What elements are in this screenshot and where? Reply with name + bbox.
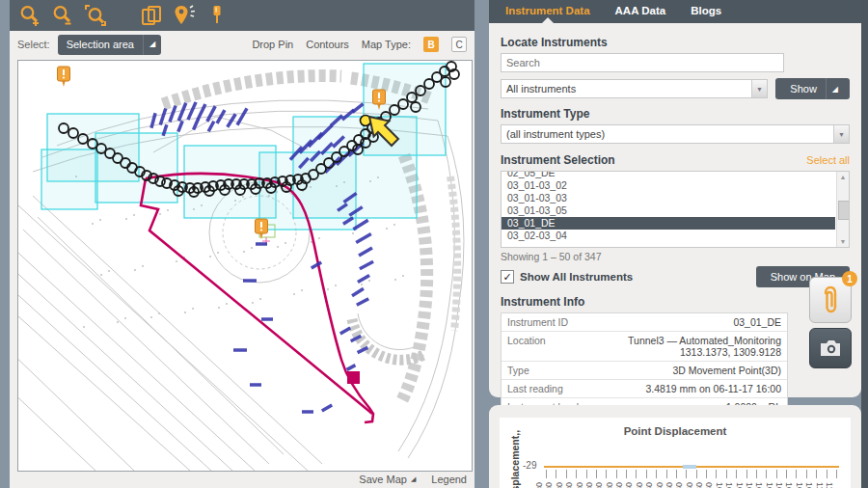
alignment-marker[interactable] (347, 371, 360, 384)
instrument-data-content: Locate Instruments All instruments ▼ Sho… (489, 23, 861, 435)
photos-button[interactable] (809, 328, 852, 368)
show-all-checkbox[interactable]: ✓ (501, 270, 514, 284)
save-map-label: Save Map (359, 474, 407, 485)
chart-y-axis-label: Displacement,, (509, 427, 521, 488)
map-footer: Save Map ◢ Legend (359, 471, 467, 487)
selection-mode-button[interactable]: Selection area ◢ (58, 35, 161, 55)
instrument-mark[interactable] (358, 276, 369, 283)
zoom-in-icon[interactable] (17, 3, 42, 28)
instrument-mark[interactable] (347, 366, 356, 370)
map-type-label: Map Type: (362, 39, 411, 50)
selection-area-rect[interactable] (41, 149, 97, 209)
attachment-count-badge: 1 (842, 271, 857, 286)
copy-pages-icon[interactable] (139, 3, 164, 28)
chart-x-tick: 11-05-17 (836, 470, 837, 478)
instrument-mark[interactable] (194, 120, 199, 130)
chart-x-tick: 08-31-17 (616, 470, 617, 478)
chevron-corner-icon: ◢ (144, 41, 161, 48)
chevron-down-icon: ▼ (751, 80, 767, 97)
save-map-link[interactable]: Save Map ◢ (359, 474, 416, 485)
list-item[interactable]: 03_01-03_05 (502, 204, 835, 217)
map-type-c-button[interactable]: C (451, 37, 467, 52)
legend-link[interactable]: Legend (431, 474, 467, 485)
chart-x-tick: 10-09-17 (746, 470, 747, 478)
chevron-corner-icon: ◢ (411, 475, 416, 483)
tab-instrument-data[interactable]: Instrument Data (493, 0, 603, 23)
show-button[interactable]: Show ◢ (775, 78, 850, 99)
list-item[interactable]: 02_05_DE (502, 171, 835, 179)
map-toolbar (10, 0, 475, 31)
chart-x-tick: 09-06-17 (636, 470, 637, 478)
instrument-info-heading: Instrument Info (501, 295, 850, 309)
instrument-mark[interactable] (340, 328, 350, 334)
drop-pin-link[interactable]: Drop Pin (252, 39, 293, 50)
instrument-mark[interactable] (352, 288, 364, 295)
chart-x-tick: 09-24-17 (696, 470, 697, 478)
search-input[interactable] (501, 53, 784, 72)
list-item[interactable]: 03_02-03_04 (502, 230, 835, 242)
scroll-down-icon[interactable]: ▼ (837, 236, 849, 247)
instrument-mark[interactable] (178, 103, 185, 122)
zoom-extent-icon[interactable] (83, 3, 108, 28)
selection-mode-label: Selection area (58, 39, 143, 50)
app-root: { "toolbar": { "icons": [ {"name": "zoom… (0, 0, 868, 488)
show-button-label: Show (781, 83, 826, 95)
scrollbar-thumb[interactable] (838, 201, 850, 220)
map-canvas[interactable] (17, 60, 473, 472)
instrument-mark[interactable] (352, 104, 363, 113)
pushpin-icon[interactable] (204, 3, 230, 28)
scroll-up-icon[interactable]: ▲ (837, 172, 849, 182)
instrument-mark[interactable] (322, 405, 332, 411)
map-type-b-button[interactable]: B (423, 37, 439, 52)
instrument-type-select[interactable]: (all instrument types) ▼ (501, 124, 850, 144)
list-scrollbar[interactable]: ▲ ▼ (836, 172, 849, 247)
chart-x-tick: 09-03-17 (626, 470, 627, 478)
map-pin-icon[interactable] (58, 67, 70, 87)
chart-x-tick: 10-30-17 (816, 470, 817, 478)
select-all-link[interactable]: Select all (806, 154, 850, 166)
chart-x-tick: 10-27-17 (806, 470, 807, 478)
chart-x-tick: 08-16-17 (566, 470, 567, 478)
info-row: Last reading3.4819 mm on 06-11-17 16:00 (502, 380, 787, 398)
instrument-mark[interactable] (237, 108, 247, 124)
map-actions: Drop Pin Contours Map Type: B C (252, 37, 467, 52)
chart-x-tick: 11-02-17 (827, 470, 827, 478)
zoom-out-icon[interactable] (50, 3, 75, 28)
instrument-mark[interactable] (188, 102, 196, 120)
list-item[interactable]: 03_01-03_02 (502, 179, 835, 192)
locate-instruments-heading: Locate Instruments (501, 36, 850, 49)
instrument-type-value: (all instrument types) (506, 128, 605, 140)
page-scrollbar[interactable] (861, 0, 868, 488)
map-pin-icon[interactable] (256, 219, 268, 239)
chart-x-tick: 08-13-17 (556, 470, 556, 478)
instrument-list[interactable]: 02_05_DE03_01-03_0203_01-03_0303_01-03_0… (501, 171, 850, 248)
instrument-mark[interactable] (228, 114, 235, 127)
instrument-mark[interactable] (357, 299, 368, 306)
chart-x-tick: 08-22-17 (586, 470, 587, 478)
chart-x-tick: 08-28-17 (606, 470, 607, 478)
chart-x-tick: 10-18-17 (776, 470, 777, 478)
attachments-button[interactable]: 1 (809, 277, 852, 323)
list-item[interactable]: 03_01_DE (502, 217, 835, 230)
instrument-mark[interactable] (208, 122, 214, 132)
tab-blogs[interactable]: Blogs (678, 0, 734, 23)
instrument-mark[interactable] (359, 248, 372, 256)
tab-aaa-data[interactable]: AAA Data (603, 0, 679, 23)
filter-row: All instruments ▼ Show ◢ (501, 78, 850, 99)
chart-x-tick: 10-15-17 (766, 470, 767, 478)
instrument-filter-select[interactable]: All instruments ▼ (501, 79, 768, 98)
instrument-mark[interactable] (217, 110, 225, 123)
chart-x-tick: 08-10-17 (546, 470, 547, 478)
contours-link[interactable]: Contours (306, 39, 349, 50)
instrument-mark[interactable] (151, 113, 155, 127)
filter-value: All instruments (506, 83, 576, 95)
info-row: Type3D Movement Point(3D) (502, 362, 787, 380)
point-displacement-panel: Point Displacement Displacement,, -29 08… (489, 405, 861, 488)
chart-x-tick: 10-21-17 (786, 470, 787, 478)
instrument-mark[interactable] (178, 121, 182, 131)
drop-pin-glow-icon[interactable] (172, 3, 197, 28)
instrument-mark[interactable] (360, 261, 373, 269)
instrument-mark[interactable] (356, 234, 371, 243)
list-item[interactable]: 03_01-03_03 (502, 192, 835, 204)
tab-bar: Instrument DataAAA DataBlogs (489, 0, 861, 23)
